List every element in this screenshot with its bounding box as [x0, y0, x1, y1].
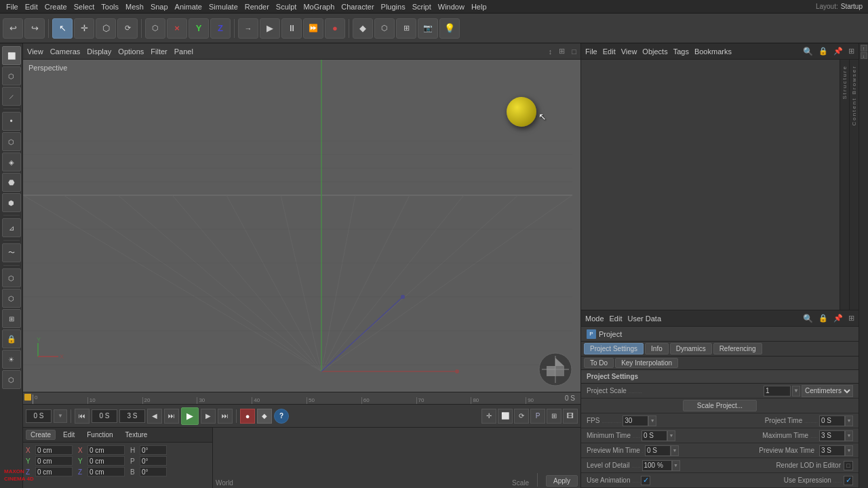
use-animation-checkbox[interactable]: ✓	[641, 476, 650, 485]
object-mode-button[interactable]: ⬡	[145, 18, 165, 39]
menu-tools[interactable]: Tools	[98, 1, 122, 12]
preview-min-input[interactable]	[645, 445, 671, 456]
prop-pin-btn[interactable]: 📌	[833, 314, 843, 323]
max-time-input[interactable]	[819, 430, 845, 441]
viewport-filter-menu[interactable]: Filter	[151, 47, 167, 56]
menu-create[interactable]: Create	[41, 1, 71, 12]
kf-rotate[interactable]: ⟳	[514, 409, 529, 424]
kf-select[interactable]: ⬜	[498, 409, 513, 424]
grid-button[interactable]: ⬡	[374, 18, 395, 39]
move-tool-button[interactable]: ✛	[74, 18, 94, 39]
sidebar-tool6[interactable]: 〜	[2, 243, 21, 262]
navigation-gizmo[interactable]	[538, 352, 572, 386]
menu-plugins[interactable]: Plugins	[378, 1, 409, 12]
tool-y-button[interactable]: Y	[189, 18, 209, 39]
coord-y-input[interactable]	[35, 456, 73, 466]
min-time-spinner[interactable]: ▼	[667, 430, 675, 441]
obj-menu-tags[interactable]: Tags	[673, 47, 689, 56]
snap-button[interactable]: ◆	[353, 18, 373, 39]
bottom-tab-create[interactable]: Create	[26, 430, 56, 440]
workplane-button[interactable]: ⊞	[396, 18, 416, 39]
project-scale-spinner[interactable]: ▼	[792, 386, 800, 396]
redo-button[interactable]: ↪	[24, 18, 45, 39]
camera-button[interactable]: 📷	[418, 18, 438, 39]
menu-select[interactable]: Select	[71, 1, 98, 12]
viewport-resize-btn[interactable]: ↕	[549, 47, 553, 56]
menu-mesh[interactable]: Mesh	[122, 1, 147, 12]
project-time-input[interactable]	[819, 415, 845, 426]
viewport-cameras-menu[interactable]: Cameras	[50, 47, 81, 56]
time-dropdown[interactable]: ▼	[54, 409, 67, 423]
sidebar-tool2[interactable]: ◈	[2, 152, 21, 171]
unit-select[interactable]: Centimeters Meters Inches	[802, 385, 853, 397]
help-btn[interactable]: ?	[274, 409, 289, 424]
sidebar-tool9[interactable]: ⊞	[2, 309, 21, 328]
right-strip-btn2[interactable]: ↓	[861, 52, 867, 59]
project-scale-input[interactable]	[764, 386, 791, 396]
prop-expand-btn[interactable]: ⊞	[848, 314, 854, 323]
render-lod-checkbox[interactable]: □	[844, 461, 853, 470]
obj-menu-objects[interactable]: Objects	[642, 47, 667, 56]
bottom-tab-function[interactable]: Function	[82, 430, 117, 440]
menu-script[interactable]: Script	[409, 1, 435, 12]
sidebar-object-mode[interactable]: ⬜	[2, 46, 21, 65]
fps-spinner[interactable]: ▼	[648, 415, 656, 426]
keyframe-tool-button[interactable]: →	[238, 18, 258, 39]
lod-input[interactable]	[642, 460, 672, 471]
tab-project-settings[interactable]: Project Settings	[584, 343, 644, 354]
coord-p-input[interactable]	[140, 456, 167, 466]
sidebar-tool10[interactable]: ☀	[2, 350, 21, 369]
record-key-btn[interactable]: ◆	[257, 409, 272, 424]
obj-lock-btn[interactable]: 🔒	[818, 47, 828, 56]
play-stop-button[interactable]: ⏸	[281, 18, 302, 39]
prop-mode-tab[interactable]: Mode	[585, 314, 604, 323]
start-frame-input[interactable]	[92, 409, 117, 423]
play-next-button[interactable]: ⏩	[303, 18, 323, 39]
viewport-options-menu[interactable]: Options	[118, 47, 144, 56]
sidebar-point-mode[interactable]: •	[2, 112, 21, 131]
preview-min-spinner[interactable]: ▼	[671, 445, 679, 456]
lod-spinner[interactable]: ▼	[672, 460, 680, 471]
menu-mograph[interactable]: MoGraph	[300, 1, 338, 12]
fps-input[interactable]	[623, 415, 648, 426]
sidebar-tool7[interactable]: ⬡	[2, 268, 21, 287]
preview-max-input[interactable]	[819, 445, 845, 456]
go-end-btn[interactable]: ⏭	[218, 409, 233, 424]
bottom-tab-edit[interactable]: Edit	[58, 430, 79, 440]
sidebar-tool4[interactable]: ⬢	[2, 193, 21, 212]
obj-expand-btn[interactable]: ⊞	[848, 47, 854, 56]
menu-simulate[interactable]: Simulate	[205, 1, 241, 12]
sidebar-tool3[interactable]: ⬣	[2, 173, 21, 192]
coord-z2-input[interactable]	[87, 467, 125, 476]
viewport-panel-menu[interactable]: Panel	[174, 47, 193, 56]
obj-menu-view[interactable]: View	[621, 47, 637, 56]
go-start-btn[interactable]: ⏭	[164, 409, 179, 424]
coord-x2-input[interactable]	[87, 445, 125, 455]
coord-z-input[interactable]	[35, 467, 73, 476]
rotate-tool-button[interactable]: ⟳	[117, 18, 138, 39]
obj-menu-edit[interactable]: Edit	[603, 47, 616, 56]
scale-project-button[interactable]: Scale Project...	[683, 400, 757, 411]
end-frame-input[interactable]	[119, 409, 145, 423]
sidebar-lock[interactable]: 🔒	[2, 329, 21, 348]
viewport-layout-btn[interactable]: ⊞	[559, 47, 565, 56]
obj-menu-bookmarks[interactable]: Bookmarks	[694, 47, 732, 56]
tab-info[interactable]: Info	[645, 343, 669, 354]
sidebar-tool1[interactable]: ⬡	[2, 132, 21, 151]
kf-pan[interactable]: P	[530, 409, 545, 424]
timeline-ruler[interactable]: 0 10 20 30 40 50 60 70 80 90 0 S	[23, 392, 580, 404]
obj-pin-btn[interactable]: 📌	[833, 47, 843, 56]
menu-snap[interactable]: Snap	[147, 1, 172, 12]
subtab-key-interpolation[interactable]: Key Interpolation	[615, 358, 678, 368]
obj-menu-file[interactable]: File	[585, 47, 597, 56]
record-active-btn[interactable]: ●	[240, 409, 255, 424]
kf-film[interactable]: 🎞	[563, 409, 578, 424]
sidebar-tool8[interactable]: ⬡	[2, 289, 21, 308]
menu-edit[interactable]: Edit	[22, 1, 41, 12]
play-forward-button[interactable]: ▶	[260, 18, 280, 39]
right-strip-btn1[interactable]: ↑	[861, 45, 867, 52]
coord-b-input[interactable]	[140, 467, 167, 476]
tab-referencing[interactable]: Referencing	[713, 343, 762, 354]
prop-search-btn[interactable]: 🔍	[803, 314, 813, 323]
record-button[interactable]: ●	[325, 18, 345, 39]
